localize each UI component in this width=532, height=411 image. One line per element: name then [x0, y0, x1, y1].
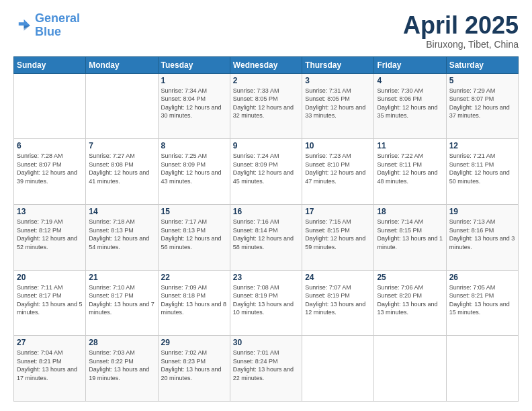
day-info: Sunrise: 7:07 AMSunset: 8:19 PMDaylight:… — [305, 283, 371, 317]
day-cell — [446, 336, 518, 402]
logo-line2: Blue — [35, 25, 61, 38]
day-cell — [86, 73, 158, 139]
day-info: Sunrise: 7:18 AMSunset: 8:13 PMDaylight:… — [89, 218, 154, 251]
day-cell: 22Sunrise: 7:09 AMSunset: 8:18 PMDayligh… — [158, 270, 230, 336]
day-info: Sunrise: 7:16 AMSunset: 8:14 PMDaylight:… — [233, 218, 299, 251]
logo: General Blue — [13, 12, 80, 39]
day-number: 16 — [233, 207, 299, 216]
day-cell: 18Sunrise: 7:14 AMSunset: 8:15 PMDayligh… — [374, 204, 446, 270]
subtitle: Biruxong, Tibet, China — [403, 39, 519, 50]
day-number: 27 — [17, 338, 83, 347]
day-cell: 27Sunrise: 7:04 AMSunset: 8:21 PMDayligh… — [14, 336, 86, 402]
day-cell: 4Sunrise: 7:30 AMSunset: 8:06 PMDaylight… — [374, 73, 446, 139]
day-info: Sunrise: 7:23 AMSunset: 8:10 PMDaylight:… — [305, 152, 371, 185]
day-info: Sunrise: 7:33 AMSunset: 8:05 PMDaylight:… — [233, 87, 299, 120]
day-info: Sunrise: 7:31 AMSunset: 8:05 PMDaylight:… — [305, 87, 371, 120]
header-cell-monday: Monday — [86, 56, 158, 73]
header-cell-sunday: Sunday — [14, 56, 86, 73]
page: General Blue April 2025 Biruxong, Tibet,… — [0, 0, 532, 411]
day-info: Sunrise: 7:10 AMSunset: 8:17 PMDaylight:… — [89, 283, 154, 317]
day-info: Sunrise: 7:03 AMSunset: 8:22 PMDaylight:… — [89, 349, 154, 382]
header-cell-thursday: Thursday — [302, 56, 374, 73]
day-info: Sunrise: 7:27 AMSunset: 8:08 PMDaylight:… — [89, 152, 154, 185]
day-number: 19 — [449, 207, 515, 216]
day-cell: 7Sunrise: 7:27 AMSunset: 8:08 PMDaylight… — [86, 139, 158, 205]
day-number: 18 — [377, 207, 443, 216]
day-cell: 12Sunrise: 7:21 AMSunset: 8:11 PMDayligh… — [446, 139, 518, 205]
day-number: 22 — [161, 273, 227, 282]
day-cell: 26Sunrise: 7:05 AMSunset: 8:21 PMDayligh… — [446, 270, 518, 336]
day-cell: 23Sunrise: 7:08 AMSunset: 8:19 PMDayligh… — [230, 270, 302, 336]
day-number: 2 — [233, 76, 299, 85]
day-info: Sunrise: 7:30 AMSunset: 8:06 PMDaylight:… — [377, 87, 443, 120]
day-info: Sunrise: 7:06 AMSunset: 8:20 PMDaylight:… — [377, 283, 443, 317]
day-info: Sunrise: 7:05 AMSunset: 8:21 PMDaylight:… — [449, 283, 515, 317]
day-cell: 10Sunrise: 7:23 AMSunset: 8:10 PMDayligh… — [302, 139, 374, 205]
day-info: Sunrise: 7:15 AMSunset: 8:15 PMDaylight:… — [305, 218, 371, 251]
day-number: 5 — [449, 76, 515, 85]
logo-line1: General — [35, 11, 80, 25]
day-number: 15 — [161, 207, 227, 216]
main-title: April 2025 — [403, 12, 519, 39]
day-info: Sunrise: 7:17 AMSunset: 8:13 PMDaylight:… — [161, 218, 227, 251]
day-info: Sunrise: 7:24 AMSunset: 8:09 PMDaylight:… — [233, 152, 299, 185]
day-info: Sunrise: 7:34 AMSunset: 8:04 PMDaylight:… — [161, 87, 227, 120]
day-number: 17 — [305, 207, 371, 216]
day-number: 30 — [233, 338, 299, 347]
calendar-header: SundayMondayTuesdayWednesdayThursdayFrid… — [14, 56, 519, 73]
header-row: SundayMondayTuesdayWednesdayThursdayFrid… — [14, 56, 519, 73]
week-row-4: 20Sunrise: 7:11 AMSunset: 8:17 PMDayligh… — [14, 270, 519, 336]
calendar-body: 1Sunrise: 7:34 AMSunset: 8:04 PMDaylight… — [14, 73, 519, 401]
day-cell: 24Sunrise: 7:07 AMSunset: 8:19 PMDayligh… — [302, 270, 374, 336]
header-cell-saturday: Saturday — [446, 56, 518, 73]
week-row-5: 27Sunrise: 7:04 AMSunset: 8:21 PMDayligh… — [14, 336, 519, 402]
day-number: 4 — [377, 76, 443, 85]
day-cell: 17Sunrise: 7:15 AMSunset: 8:15 PMDayligh… — [302, 204, 374, 270]
header-cell-tuesday: Tuesday — [158, 56, 230, 73]
day-cell: 3Sunrise: 7:31 AMSunset: 8:05 PMDaylight… — [302, 73, 374, 139]
day-cell: 1Sunrise: 7:34 AMSunset: 8:04 PMDaylight… — [158, 73, 230, 139]
day-number: 14 — [89, 207, 154, 216]
day-cell: 28Sunrise: 7:03 AMSunset: 8:22 PMDayligh… — [86, 336, 158, 402]
day-number: 11 — [377, 141, 443, 150]
day-cell: 30Sunrise: 7:01 AMSunset: 8:24 PMDayligh… — [230, 336, 302, 402]
day-number: 6 — [17, 141, 83, 150]
day-number: 9 — [233, 141, 299, 150]
day-info: Sunrise: 7:21 AMSunset: 8:11 PMDaylight:… — [449, 152, 515, 185]
day-info: Sunrise: 7:01 AMSunset: 8:24 PMDaylight:… — [233, 349, 299, 382]
day-info: Sunrise: 7:19 AMSunset: 8:12 PMDaylight:… — [17, 218, 83, 251]
day-cell — [14, 73, 86, 139]
day-info: Sunrise: 7:28 AMSunset: 8:07 PMDaylight:… — [17, 152, 83, 185]
day-number: 24 — [305, 273, 371, 282]
svg-marker-1 — [24, 26, 30, 31]
day-cell: 13Sunrise: 7:19 AMSunset: 8:12 PMDayligh… — [14, 204, 86, 270]
header: General Blue April 2025 Biruxong, Tibet,… — [13, 12, 519, 50]
week-row-1: 1Sunrise: 7:34 AMSunset: 8:04 PMDaylight… — [14, 73, 519, 139]
day-cell: 11Sunrise: 7:22 AMSunset: 8:11 PMDayligh… — [374, 139, 446, 205]
day-info: Sunrise: 7:14 AMSunset: 8:15 PMDaylight:… — [377, 218, 443, 251]
day-info: Sunrise: 7:11 AMSunset: 8:17 PMDaylight:… — [17, 283, 83, 317]
day-cell: 2Sunrise: 7:33 AMSunset: 8:05 PMDaylight… — [230, 73, 302, 139]
week-row-2: 6Sunrise: 7:28 AMSunset: 8:07 PMDaylight… — [14, 139, 519, 205]
day-number: 13 — [17, 207, 83, 216]
day-cell — [374, 336, 446, 402]
day-cell: 6Sunrise: 7:28 AMSunset: 8:07 PMDaylight… — [14, 139, 86, 205]
day-info: Sunrise: 7:02 AMSunset: 8:23 PMDaylight:… — [161, 349, 227, 382]
week-row-3: 13Sunrise: 7:19 AMSunset: 8:12 PMDayligh… — [14, 204, 519, 270]
calendar-table: SundayMondayTuesdayWednesdayThursdayFrid… — [13, 56, 519, 402]
day-info: Sunrise: 7:13 AMSunset: 8:16 PMDaylight:… — [449, 218, 515, 251]
day-number: 12 — [449, 141, 515, 150]
day-info: Sunrise: 7:29 AMSunset: 8:07 PMDaylight:… — [449, 87, 515, 120]
header-cell-wednesday: Wednesday — [230, 56, 302, 73]
day-number: 26 — [449, 273, 515, 282]
day-number: 28 — [89, 338, 154, 347]
day-cell: 21Sunrise: 7:10 AMSunset: 8:17 PMDayligh… — [86, 270, 158, 336]
day-number: 10 — [305, 141, 371, 150]
day-number: 8 — [161, 141, 227, 150]
day-cell: 5Sunrise: 7:29 AMSunset: 8:07 PMDaylight… — [446, 73, 518, 139]
day-info: Sunrise: 7:09 AMSunset: 8:18 PMDaylight:… — [161, 283, 227, 317]
day-number: 23 — [233, 273, 299, 282]
day-cell: 19Sunrise: 7:13 AMSunset: 8:16 PMDayligh… — [446, 204, 518, 270]
logo-text: General Blue — [35, 12, 80, 39]
day-info: Sunrise: 7:25 AMSunset: 8:09 PMDaylight:… — [161, 152, 227, 185]
